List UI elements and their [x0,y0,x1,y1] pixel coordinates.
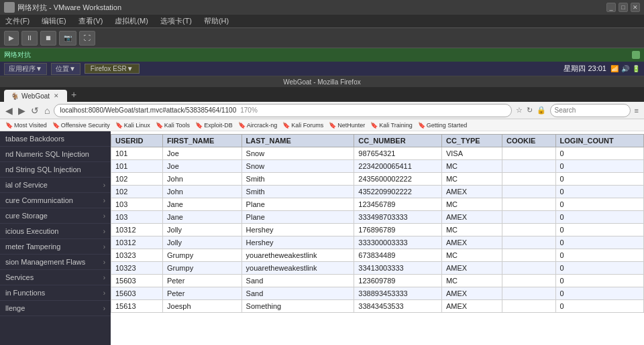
bookmark-kali-training[interactable]: 🔖 Kali Training [369,122,414,129]
bookmark-most-visited[interactable]: 🔖 Most Visited [4,122,48,129]
menu-file[interactable]: 文件(F) [3,16,32,26]
bookmark-offensive-security[interactable]: 🔖 Offensive Security [51,122,111,129]
table-cell: MC [441,160,502,173]
sidebar-chevron-param: › [103,243,105,251]
toolbar-fullscreen-button[interactable]: ⛶ [79,31,95,46]
sidebar-item-dos[interactable]: ial of Service › [0,178,111,193]
table-cell [502,160,555,173]
home-button[interactable]: ⌂ [43,105,51,116]
table-cell: 673834489 [354,249,442,262]
table-wrapper: USERID FIRST_NAME LAST_NAME CC_NUMBER CC… [111,131,644,316]
forward-button[interactable]: ▶ [17,105,27,116]
vmware-titlebar-left: 网络对抗 - VMware Workstation [4,2,121,13]
bookmark-getting-started[interactable]: 🔖 Getting Started [417,122,469,129]
url-bar[interactable]: localhost:8080/WebGoat/start.mvc#attack/… [54,104,511,117]
sidebar-item-malicious-exec[interactable]: icious Execution › [0,224,111,239]
nav-shield-icon[interactable]: 🔒 [535,106,547,115]
menu-vm[interactable]: 虚拟机(M) [112,16,151,26]
toolbar-pause-button[interactable]: ⏸ [21,31,38,46]
sidebar-item-challenge[interactable]: llenge › [0,301,111,316]
firefox-menu-button[interactable]: Firefox ESR▼ [85,64,140,74]
bookmark-kali-linux-label: Kali Linux [124,122,150,129]
applications-menu-button[interactable]: 应用程序▼ [4,63,47,75]
bookmark-star-icon[interactable]: ☆ [515,106,524,115]
menu-tabs[interactable]: 选项卡(T) [158,16,195,26]
back-button[interactable]: ◀ [4,105,14,116]
zoom-level: 170% [240,107,258,114]
sidebar-chevron-exec: › [103,228,105,235]
table-row: 102JohnSmith4352209902222AMEX0 [111,186,644,198]
desktop-clock: 星期四 23:01 [564,64,606,74]
sidebar-item-param-tampering[interactable]: meter Tampering › [0,239,111,255]
minimize-button[interactable]: _ [606,3,616,12]
sidebar-item-string-sql[interactable]: nd String SQL Injection [0,162,111,178]
table-cell: MC [441,173,502,186]
bookmark-kali-forums[interactable]: 🔖 Kali Forums [281,122,325,129]
table-cell [502,275,555,287]
tab-webgoat[interactable]: 🐐 WebGoat ✕ [4,90,67,102]
sidebar-item-secure-comms-label: cure Communication [5,196,73,204]
table-cell: Hershey [241,236,354,249]
table-cell: 15603 [111,287,163,300]
menu-help[interactable]: 帮助(H) [201,16,231,26]
sidebar-item-session-label: sion Management Flaws [5,258,85,266]
firefox-title: WebGoat - Mozilla Firefox [283,78,360,86]
vm-topbar: 网络对抗 [0,48,644,62]
bookmark-aircrack-icon: 🔖 [238,122,246,129]
nav-refresh-icon[interactable]: ↻ [525,106,534,115]
firefox-settings-icon[interactable]: ≡ [633,107,640,115]
menu-view[interactable]: 查看(V) [76,16,106,26]
toolbar-stop-button[interactable]: ⏹ [40,31,56,46]
sidebar-item-secure-comms[interactable]: cure Communication › [0,193,111,208]
table-cell: 0 [555,236,643,249]
bookmark-nethunter[interactable]: 🔖 NetHunter [327,122,366,129]
reload-button[interactable]: ↺ [30,105,40,116]
table-cell: 0 [555,211,643,224]
table-row: 10323Grumpyyouaretheweakestlink334130033… [111,262,644,275]
toolbar-snapshot-button[interactable]: 📷 [59,31,76,46]
sidebar-item-services-label: Services [5,273,34,281]
places-menu-button[interactable]: 位置▼ [51,63,80,75]
bookmark-exploit-db[interactable]: 🔖 Exploit-DB [194,122,234,129]
sidebar-item-session-mgmt[interactable]: sion Management Flaws › [0,255,111,270]
firefox-navbar: ◀ ▶ ↺ ⌂ localhost:8080/WebGoat/start.mvc… [0,102,644,119]
maximize-button[interactable]: □ [619,3,628,12]
bookmark-getting-started-icon: 🔖 [418,122,425,129]
bookmark-kali-tools[interactable]: 🔖 Kali Tools [154,122,191,129]
sidebar-item-services[interactable]: Services › [0,270,111,285]
bookmark-kali-tools-icon: 🔖 [156,122,163,129]
firefox-tabbar: 🐐 WebGoat ✕ + [0,87,644,102]
sidebar-item-secure-storage[interactable]: cure Storage › [0,208,111,224]
table-row: 102JohnSmith2435600002222MC0 [111,173,644,186]
bookmark-kali-linux[interactable]: 🔖 Kali Linux [114,122,152,129]
sidebar-item-admin-functions[interactable]: in Functions › [0,285,111,301]
table-cell: AMEX [441,300,502,313]
table-cell: 176896789 [354,224,442,236]
table-cell: AMEX [441,211,502,224]
table-cell: Smith [241,173,354,186]
search-input[interactable] [550,104,631,117]
table-cell: 123609789 [354,275,442,287]
table-cell: John [163,173,242,186]
table-cell: Hershey [241,224,354,236]
sidebar-chevron-challenge: › [103,305,105,312]
table-cell: Plane [241,198,354,211]
sidebar-chevron-services: › [103,274,105,281]
close-button[interactable]: ✕ [631,3,640,12]
bookmark-kali-forums-label: Kali Forums [291,122,323,129]
table-cell: 102 [111,186,163,198]
table-row: 103JanePlane333498703333AMEX0 [111,211,644,224]
sidebar-item-numeric-sql[interactable]: nd Numeric SQL Injection [0,147,111,162]
new-tab-button[interactable]: + [67,89,80,100]
toolbar-power-button[interactable]: ▶ [4,31,19,46]
sidebar-chevron-dos: › [103,182,105,189]
bookmark-aircrack[interactable]: 🔖 Aircrack-ng [237,122,279,129]
sidebar-item-backdoors[interactable]: tabase Backdoors [0,131,111,147]
tab-close-button[interactable]: ✕ [52,92,60,100]
table-cell: 0 [555,262,643,275]
table-cell: VISA [441,147,502,160]
table-cell: John [163,186,242,198]
bookmark-most-visited-icon: 🔖 [5,122,13,129]
table-cell: 0 [555,224,643,236]
menu-edit[interactable]: 编辑(E) [39,16,69,26]
